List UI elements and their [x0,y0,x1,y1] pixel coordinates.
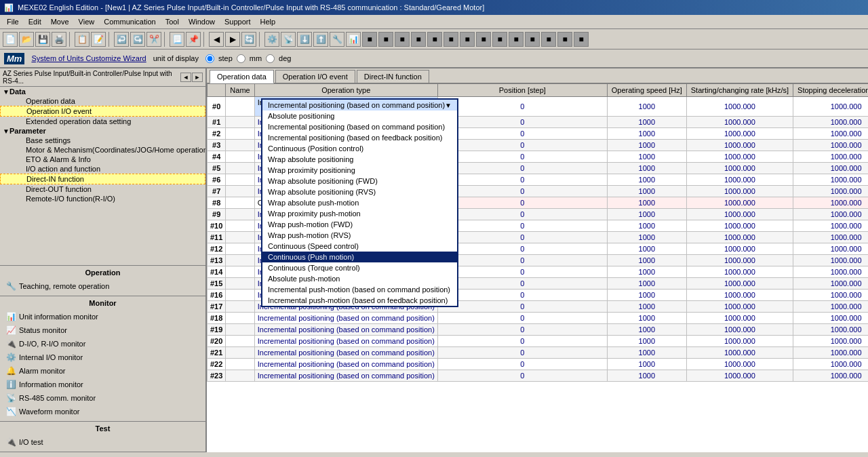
row-pos-1[interactable]: 0 [437,117,607,128]
toolbar-btn-19[interactable]: 📊 [346,32,361,47]
row-name-14[interactable] [226,266,254,278]
tree-panel[interactable]: AZ Series Pulse Input/Built-in Controlle… [0,68,205,266]
row-pos-4[interactable]: 0 [437,151,607,163]
row-speed-3[interactable]: 1000 [607,140,686,151]
row-speed-20[interactable]: 1000 [607,336,686,347]
row-name-20[interactable] [226,336,254,347]
row-stoprate-10[interactable]: 1000.000 [793,220,868,232]
dropdown-item-7[interactable]: Wrap absolute positioning (RVS) [262,186,457,197]
row-name-6[interactable] [226,174,254,186]
dropdown-selected[interactable]: Incremental positioning (based on comman… [262,100,457,111]
row-name-9[interactable] [226,209,254,220]
row-name-3[interactable] [226,140,254,151]
toolbar-btn-5[interactable]: 📝 [91,32,106,47]
row-startrate-6[interactable]: 1000.000 [686,174,793,186]
row-optype-20[interactable]: Incremental positioning (based on comman… [254,336,437,347]
row-stoprate-17[interactable]: 1000.000 [793,301,868,313]
row-optype-22[interactable]: Incremental positioning (based on comman… [254,359,437,370]
row-optype-19[interactable]: Incremental positioning (based on comman… [254,324,437,336]
row-speed-16[interactable]: 1000 [607,290,686,301]
dropdown-item-8[interactable]: Wrap absolute push-motion [262,197,457,208]
row-stoprate-21[interactable]: 1000.000 [793,347,868,359]
toolbar-btn-11[interactable]: ◀ [209,32,224,47]
row-name-15[interactable] [226,278,254,290]
row-startrate-11[interactable]: 1000.000 [686,232,793,243]
row-pos-3[interactable]: 0 [437,140,607,151]
monitor-item-0[interactable]: 📊Unit information monitor [3,310,203,323]
menu-window[interactable]: Window [184,16,219,27]
row-stoprate-2[interactable]: 1000.000 [793,128,868,140]
row-name-7[interactable] [226,186,254,197]
row-stoprate-0[interactable]: 1000.000 [793,97,868,117]
toolbar-btn-0[interactable]: 📄 [3,32,18,47]
row-name-10[interactable] [226,220,254,232]
row-startrate-9[interactable]: 1000.000 [686,209,793,220]
toolbar-btn-14[interactable]: ⚙️ [264,32,279,47]
toolbar-btn-15[interactable]: 📡 [281,32,296,47]
row-name-5[interactable] [226,163,254,174]
row-startrate-1[interactable]: 1000.000 [686,117,793,128]
toolbar-extra-btn-11[interactable]: ■ [541,32,556,47]
toolbar-btn-1[interactable]: 📂 [19,32,34,47]
toolbar-btn-4[interactable]: 📋 [75,32,90,47]
dropdown-item-16[interactable]: Incremental push-motion (based on comman… [262,284,457,295]
toolbar-btn-6[interactable]: ↩️ [114,32,129,47]
row-speed-10[interactable]: 1000 [607,220,686,232]
row-optype-23[interactable]: Incremental positioning (based on comman… [254,370,437,382]
row-pos-5[interactable]: 0 [437,163,607,174]
row-name-2[interactable] [226,128,254,140]
menu-move[interactable]: Move [47,16,73,27]
row-startrate-2[interactable]: 1000.000 [686,128,793,140]
toolbar-extra-btn-10[interactable]: ■ [525,32,540,47]
row-speed-11[interactable]: 1000 [607,232,686,243]
row-startrate-22[interactable]: 1000.000 [686,359,793,370]
io-test-item[interactable]: 🔌 I/O test [3,435,203,449]
toolbar-extra-btn-2[interactable]: ■ [395,32,410,47]
dropdown-item-10[interactable]: Wrap push-motion (FWD) [262,219,457,230]
row-name-18[interactable] [226,313,254,324]
row-startrate-21[interactable]: 1000.000 [686,347,793,359]
row-pos-8[interactable]: 0 [437,197,607,209]
tree-item-7[interactable]: ETO & Alarm & Info [0,155,205,164]
tree-item-3[interactable]: Extended operation data setting [0,117,205,126]
row-stoprate-19[interactable]: 1000.000 [793,324,868,336]
menu-view[interactable]: View [75,16,99,27]
row-startrate-18[interactable]: 1000.000 [686,313,793,324]
row-name-13[interactable] [226,255,254,266]
tree-item-10[interactable]: Direct-OUT function [0,184,205,194]
menu-file[interactable]: File [3,16,23,27]
row-speed-17[interactable]: 1000 [607,301,686,313]
row-name-0[interactable] [226,97,254,117]
radio-deg[interactable] [266,54,275,63]
monitor-item-2[interactable]: 🔌D-I/O, R-I/O monitor [3,337,203,351]
monitor-item-1[interactable]: 📈Status monitor [3,323,203,337]
toolbar-extra-btn-7[interactable]: ■ [476,32,491,47]
row-stoprate-20[interactable]: 1000.000 [793,336,868,347]
row-stoprate-16[interactable]: 1000.000 [793,290,868,301]
row-name-23[interactable] [226,370,254,382]
toolbar-extra-btn-12[interactable]: ■ [557,32,572,47]
row-startrate-14[interactable]: 1000.000 [686,266,793,278]
row-stoprate-15[interactable]: 1000.000 [793,278,868,290]
row-pos-20[interactable]: 0 [437,336,607,347]
row-startrate-5[interactable]: 1000.000 [686,163,793,174]
row-name-11[interactable] [226,232,254,243]
row-pos-12[interactable]: 0 [437,243,607,255]
wizard-label[interactable]: System of Units Customize Wizard [31,54,146,62]
radio-mm[interactable] [237,54,245,63]
row-pos-0[interactable]: 0 [437,97,607,117]
monitor-item-6[interactable]: 📡RS-485 comm. monitor [3,391,203,405]
row-pos-14[interactable]: 0 [437,266,607,278]
monitor-item-3[interactable]: ⚙️Internal I/O monitor [3,351,203,364]
radio-step[interactable] [205,54,214,63]
operation-type-dropdown[interactable]: Incremental positioning (based on comman… [261,98,458,307]
row-pos-22[interactable]: 0 [437,359,607,370]
toolbar-extra-btn-1[interactable]: ■ [378,32,393,47]
row-speed-15[interactable]: 1000 [607,278,686,290]
menu-help[interactable]: Help [256,16,280,27]
dropdown-item-17[interactable]: Incremental push-motion (based on feedba… [262,295,457,306]
row-startrate-13[interactable]: 1000.000 [686,255,793,266]
row-name-21[interactable] [226,347,254,359]
row-optype-21[interactable]: Incremental positioning (based on comman… [254,347,437,359]
monitor-item-7[interactable]: 📉Waveform monitor [3,405,203,418]
